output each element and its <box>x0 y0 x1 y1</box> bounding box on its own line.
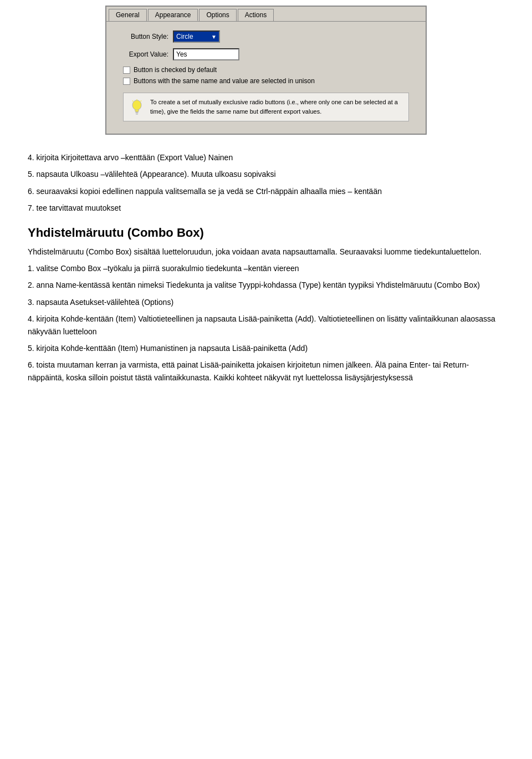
checkbox-row-2: Buttons with the same name and value are… <box>123 77 415 85</box>
list-item-5: 5. kirjoita Kohde-kenttään (Item) Humani… <box>28 342 504 354</box>
svg-rect-2 <box>136 114 138 115</box>
checkbox-2[interactable] <box>123 78 130 85</box>
tab-general[interactable]: General <box>109 9 147 21</box>
numbered-list: 1. valitse Combo Box –työkalu ja piirrä … <box>28 262 504 384</box>
tab-appearance[interactable]: Appearance <box>148 9 198 21</box>
item-2-text: anna Name-kentässä kentän nimeksi Tiedek… <box>37 281 480 289</box>
item-3-num: 3. <box>28 298 34 307</box>
hint-text: To create a set of mutually exclusive ra… <box>150 98 403 116</box>
checkbox-row-1: Button is checked by default <box>123 66 415 74</box>
tab-options[interactable]: Options <box>199 9 236 21</box>
step-7-text: tee tarvittavat muutokset <box>37 203 121 212</box>
checkbox-2-label: Buttons with the same name and value are… <box>134 77 315 85</box>
step-5-text: napsauta Ulkoasu –välilehteä (Appearance… <box>37 170 276 179</box>
svg-point-0 <box>132 100 141 110</box>
steps-list: 4. kirjoita Kirjoitettava arvo –kenttään… <box>28 151 504 215</box>
dropdown-arrow-icon: ▼ <box>211 34 217 40</box>
step-5: 5. napsauta Ulkoasu –välilehteä (Appeara… <box>28 168 504 180</box>
button-style-value: Circle <box>176 33 193 40</box>
button-style-label: Button Style: <box>117 33 173 40</box>
step-6-num: 6. <box>28 187 34 196</box>
step-4-num: 4. <box>28 153 34 162</box>
checkbox-1-label: Button is checked by default <box>134 66 217 74</box>
step-4-text: kirjoita Kirjoitettava arvo –kenttään (E… <box>37 153 233 162</box>
lightbulb-icon <box>129 99 145 116</box>
step-7-num: 7. <box>28 203 34 212</box>
step-4: 4. kirjoita Kirjoitettava arvo –kenttään… <box>28 151 504 164</box>
item-4-num: 4. <box>28 314 34 323</box>
list-item-6: 6. toista muutaman kerran ja varmista, e… <box>28 359 504 384</box>
dialog-body: Button Style: Circle ▼ Export Value: But… <box>106 22 426 134</box>
dialog-window: General Appearance Options Actions Butto… <box>105 6 427 135</box>
list-item-1: 1. valitse Combo Box –työkalu ja piirrä … <box>28 262 504 274</box>
list-item-3: 3. napsauta Asetukset-välilehteä (Option… <box>28 296 504 308</box>
export-value-row: Export Value: <box>117 48 415 60</box>
list-item-4: 4. kirjoita Kohde-kentään (Item) Valtiot… <box>28 313 504 338</box>
list-item-2: 2. anna Name-kentässä kentän nimeksi Tie… <box>28 279 504 291</box>
item-3-text: napsauta Asetukset-välilehteä (Options) <box>37 298 173 307</box>
section-intro: Yhdistelmäruutu (Combo Box) sisältää lue… <box>28 246 504 258</box>
export-value-label: Export Value: <box>117 50 173 58</box>
step-6-text: seuraavaksi kopioi edellinen nappula val… <box>37 187 382 196</box>
item-5-num: 5. <box>28 344 34 353</box>
button-style-select[interactable]: Circle ▼ <box>173 30 220 43</box>
step-5-num: 5. <box>28 170 34 179</box>
svg-rect-1 <box>135 112 138 113</box>
tab-actions[interactable]: Actions <box>238 9 274 21</box>
item-6-text: toista muutaman kerran ja varmista, että… <box>28 360 469 381</box>
svg-line-4 <box>132 101 133 101</box>
step-6: 6. seuraavaksi kopioi edellinen nappula … <box>28 185 504 197</box>
page-content: 4. kirjoita Kirjoitettava arvo –kenttään… <box>0 146 532 399</box>
section-heading: Yhdistelmäruutu (Combo Box) <box>28 226 504 240</box>
svg-line-5 <box>141 101 141 101</box>
item-5-text: kirjoita Kohde-kenttään (Item) Humanisti… <box>37 344 308 353</box>
step-7: 7. tee tarvittavat muutokset <box>28 202 504 214</box>
item-4-text: kirjoita Kohde-kentään (Item) Valtiotiet… <box>28 314 495 335</box>
export-value-input[interactable] <box>173 48 239 60</box>
item-1-num: 1. <box>28 264 34 273</box>
checkbox-1[interactable] <box>123 67 130 74</box>
tab-bar: General Appearance Options Actions <box>106 7 426 22</box>
item-6-num: 6. <box>28 360 34 369</box>
button-style-row: Button Style: Circle ▼ <box>117 30 415 43</box>
item-1-text: valitse Combo Box –työkalu ja piirrä suo… <box>37 264 299 273</box>
hint-box: To create a set of mutually exclusive ra… <box>123 93 409 121</box>
item-2-num: 2. <box>28 281 34 289</box>
